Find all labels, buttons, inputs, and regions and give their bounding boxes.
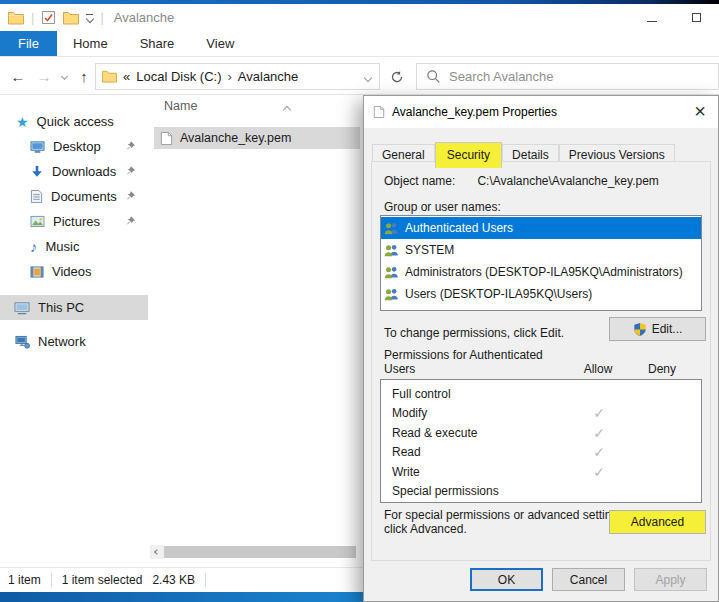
breadcrumb-drive[interactable]: Local Disk (C:)	[136, 69, 221, 84]
users-group-icon	[384, 221, 399, 235]
selection-count: 1 item selected	[62, 573, 143, 587]
qat-customize-dropdown-icon[interactable]	[86, 14, 93, 22]
permission-row-read[interactable]: Read ✓	[381, 443, 701, 462]
object-name-row: Object name: C:\Avalanche\Avalanche_key.…	[384, 174, 659, 188]
allow-checkmark: ✓	[575, 405, 623, 421]
cancel-button[interactable]: Cancel	[552, 568, 625, 591]
music-icon: ♪	[30, 239, 38, 254]
maximize-button[interactable]	[674, 4, 719, 31]
window-controls	[629, 4, 719, 31]
navigation-toolbar: ← → ↑ « Local Disk (C:) › Avalanche Sear…	[0, 57, 719, 95]
titlebar-separator: |	[100, 10, 103, 25]
item-count: 1 item	[8, 573, 41, 587]
advanced-button[interactable]: Advanced	[609, 510, 706, 534]
allow-column-header: Allow	[574, 362, 622, 376]
permission-row-full-control[interactable]: Full control	[381, 385, 701, 404]
permission-row-write[interactable]: Write ✓	[381, 463, 701, 482]
scrollbar-thumb[interactable]	[164, 546, 356, 558]
qat-properties-icon[interactable]	[41, 10, 56, 25]
forward-button[interactable]: →	[32, 57, 56, 95]
back-button[interactable]: ←	[6, 57, 30, 95]
sidebar-item-documents[interactable]: Documents	[0, 184, 148, 209]
sidebar-item-network[interactable]: Network	[0, 329, 148, 354]
security-tab-page: Object name: C:\Avalanche\Avalanche_key.…	[371, 161, 711, 561]
sort-ascending-icon[interactable]	[284, 99, 290, 117]
properties-dialog: Avalanche_key.pem Properties × General S…	[363, 95, 719, 602]
user-row-administrators[interactable]: Administrators (DESKTOP-ILA95KQ\Administ…	[381, 261, 701, 283]
search-placeholder: Search Avalanche	[449, 69, 554, 84]
user-row-authenticated-users[interactable]: Authenticated Users	[381, 217, 701, 239]
sidebar-item-desktop[interactable]: Desktop	[0, 134, 148, 159]
ribbon-tab-share[interactable]: Share	[124, 31, 191, 56]
status-divider	[205, 573, 206, 587]
address-dropdown-icon[interactable]	[365, 69, 373, 84]
address-folder-icon	[102, 70, 117, 83]
user-row-system[interactable]: SYSTEM	[381, 239, 701, 261]
horizontal-scrollbar[interactable]	[150, 545, 356, 559]
address-bar[interactable]: « Local Disk (C:) › Avalanche	[95, 63, 380, 90]
allow-checkmark: ✓	[575, 444, 623, 460]
allow-checkmark: ✓	[575, 425, 623, 441]
dialog-close-icon[interactable]: ×	[684, 97, 716, 125]
minimize-button[interactable]	[629, 4, 674, 31]
ok-button[interactable]: OK	[470, 568, 543, 591]
this-pc-icon	[14, 301, 30, 315]
edit-button[interactable]: Edit...	[609, 317, 706, 341]
file-row-avalanche-key[interactable]: Avalanche_key.pem	[154, 127, 360, 149]
breadcrumb-separator: ›	[227, 69, 231, 84]
uac-shield-icon	[633, 322, 647, 337]
deny-column-header: Deny	[638, 362, 686, 376]
recent-locations-dropdown-icon[interactable]	[56, 57, 72, 95]
pictures-icon	[30, 215, 45, 228]
advanced-hint-line1: For special permissions or advanced sett…	[384, 508, 627, 522]
permission-row-read-execute[interactable]: Read & execute ✓	[381, 424, 701, 443]
scroll-left-icon[interactable]	[150, 545, 164, 559]
dialog-title-bar: Avalanche_key.pem Properties	[364, 96, 718, 128]
titlebar-separator: |	[31, 10, 34, 25]
dialog-file-icon	[373, 105, 385, 119]
breadcrumb-overflow[interactable]: «	[123, 69, 130, 84]
window-folder-icon	[8, 11, 24, 25]
qat-new-folder-icon[interactable]	[63, 11, 79, 25]
up-button[interactable]: ↑	[72, 57, 96, 95]
group-user-list: Authenticated Users SYSTEM Administrator…	[380, 215, 702, 311]
ribbon-tab-view[interactable]: View	[190, 31, 250, 56]
ribbon-tab-file[interactable]: File	[0, 31, 57, 56]
sidebar-item-this-pc[interactable]: This PC	[0, 295, 148, 320]
downloads-icon	[30, 165, 44, 179]
pin-icon	[126, 190, 136, 201]
screen: | | Avalanche File Home Share View ← → ↑	[0, 0, 719, 602]
sidebar-item-music[interactable]: ♪ Music	[0, 234, 148, 259]
permissions-header-line2: Users	[384, 362, 415, 376]
network-icon	[14, 335, 30, 349]
file-name: Avalanche_key.pem	[180, 131, 291, 145]
refresh-icon[interactable]	[384, 63, 410, 90]
permissions-list: Full control Modify ✓ Read & execute ✓ R…	[380, 379, 702, 503]
column-header-name[interactable]: Name	[164, 99, 197, 113]
ribbon-tab-home[interactable]: Home	[57, 31, 124, 56]
file-icon	[160, 131, 173, 146]
users-group-icon	[384, 265, 399, 279]
search-input[interactable]: Search Avalanche	[416, 63, 719, 90]
pin-icon	[126, 140, 136, 151]
breadcrumb-folder[interactable]: Avalanche	[238, 69, 298, 84]
permission-row-special-permissions[interactable]: Special permissions	[381, 482, 701, 501]
dialog-title: Avalanche_key.pem Properties	[392, 105, 557, 119]
users-group-icon	[384, 287, 399, 301]
selection-size: 2.43 KB	[152, 573, 195, 587]
user-row-users[interactable]: Users (DESKTOP-ILA95KQ\Users)	[381, 283, 701, 305]
sidebar-item-quick-access[interactable]: ★ Quick access	[0, 109, 148, 134]
permission-row-modify[interactable]: Modify ✓	[381, 404, 701, 423]
pin-icon	[126, 165, 136, 176]
pin-icon	[126, 215, 136, 226]
sidebar-item-downloads[interactable]: Downloads	[0, 159, 148, 184]
documents-icon	[30, 189, 43, 204]
apply-button[interactable]: Apply	[634, 568, 707, 591]
advanced-hint-line2: click Advanced.	[384, 522, 467, 536]
title-bar: | | Avalanche	[0, 4, 719, 31]
users-group-icon	[384, 243, 399, 257]
quick-access-star-icon: ★	[16, 114, 29, 130]
sidebar-item-videos[interactable]: Videos	[0, 259, 148, 284]
tab-security[interactable]: Security	[435, 142, 502, 168]
sidebar-item-pictures[interactable]: Pictures	[0, 209, 148, 234]
